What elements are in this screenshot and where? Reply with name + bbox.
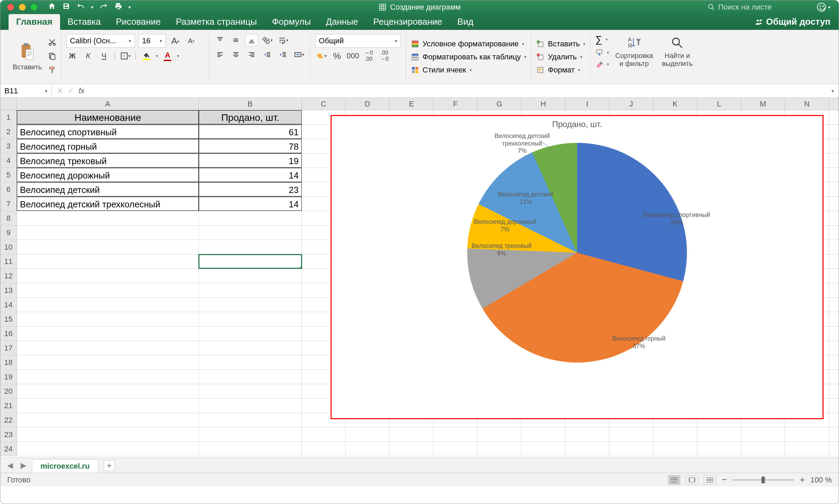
column-header-K[interactable]: K bbox=[653, 98, 697, 110]
cell-A15[interactable] bbox=[17, 312, 199, 326]
cell-I24[interactable] bbox=[565, 442, 609, 456]
delete-cells-button[interactable]: Удалить▾ bbox=[536, 53, 585, 61]
fill-button[interactable]: ▾ bbox=[595, 48, 609, 57]
borders-button[interactable]: ▾ bbox=[119, 50, 131, 62]
maximize-window-button[interactable] bbox=[31, 4, 37, 11]
cell-A14[interactable] bbox=[17, 298, 199, 312]
cell-A9[interactable] bbox=[17, 226, 199, 240]
save-icon[interactable] bbox=[62, 2, 70, 12]
increase-indent-button[interactable] bbox=[277, 48, 289, 61]
row-header-12[interactable]: 12 bbox=[0, 269, 17, 283]
page-layout-view-button[interactable] bbox=[686, 475, 698, 485]
row-header-23[interactable]: 23 bbox=[0, 427, 17, 442]
sheet-nav-next[interactable]: ▶ bbox=[19, 461, 28, 470]
row-header-11[interactable]: 11 bbox=[0, 254, 17, 268]
align-left-button[interactable] bbox=[214, 48, 226, 61]
cell-A21[interactable] bbox=[17, 399, 199, 413]
cell-A16[interactable] bbox=[17, 327, 199, 341]
row-header-9[interactable]: 9 bbox=[0, 226, 17, 240]
cell-A19[interactable] bbox=[17, 370, 199, 384]
align-right-button[interactable] bbox=[245, 48, 258, 61]
align-middle-button[interactable] bbox=[230, 34, 242, 46]
cell-N24[interactable] bbox=[785, 442, 829, 456]
font-name-combo[interactable]: Calibri (Осн...▾ bbox=[66, 34, 135, 48]
align-bottom-button[interactable] bbox=[245, 34, 258, 46]
row-header-6[interactable]: 6 bbox=[0, 182, 17, 196]
cell-B19[interactable] bbox=[199, 370, 302, 384]
cell-A22[interactable] bbox=[17, 413, 199, 427]
cell-B14[interactable] bbox=[199, 298, 302, 312]
cell-M24[interactable] bbox=[741, 442, 785, 456]
cell-K23[interactable] bbox=[653, 427, 697, 442]
ribbon-tab-6[interactable]: Рецензирование bbox=[366, 14, 450, 30]
cell-B3[interactable]: 78 bbox=[199, 139, 302, 153]
autosum-button[interactable]: ∑▾ bbox=[595, 34, 609, 45]
format-cells-button[interactable]: Формат▾ bbox=[536, 66, 585, 75]
column-header-J[interactable]: J bbox=[609, 98, 653, 110]
column-header-B[interactable]: B bbox=[199, 98, 302, 110]
cell-H24[interactable] bbox=[521, 442, 565, 456]
ribbon-tab-2[interactable]: Рисование bbox=[108, 14, 168, 30]
row-header-24[interactable]: 24 bbox=[0, 442, 17, 456]
chart-object[interactable]: Продано, шт. Велосипед спортивный29%Вело… bbox=[331, 115, 824, 419]
column-header-N[interactable]: N bbox=[785, 98, 829, 110]
zoom-slider[interactable] bbox=[732, 479, 794, 481]
cell-B23[interactable] bbox=[199, 427, 302, 442]
print-icon[interactable] bbox=[114, 2, 122, 12]
cut-button[interactable] bbox=[48, 38, 56, 48]
cell-L23[interactable] bbox=[697, 427, 741, 442]
cell-B12[interactable] bbox=[199, 269, 302, 283]
cell-B24[interactable] bbox=[199, 442, 302, 456]
minimize-window-button[interactable] bbox=[19, 4, 26, 11]
cell-C23[interactable] bbox=[302, 427, 346, 442]
cell-A12[interactable] bbox=[17, 269, 199, 283]
orientation-button[interactable]: ab▾ bbox=[261, 34, 274, 46]
row-header-1[interactable]: 1 bbox=[0, 110, 17, 124]
clear-button[interactable]: ▾ bbox=[595, 60, 609, 68]
font-color-button[interactable]: А bbox=[161, 50, 174, 62]
percent-button[interactable]: % bbox=[331, 50, 343, 62]
cell-B17[interactable] bbox=[199, 341, 302, 355]
conditional-format-button[interactable]: Условное форматирование▾ bbox=[411, 39, 526, 48]
spreadsheet-grid[interactable]: ABCDEFGHIJKLMN 1НаименованиеПродано, шт.… bbox=[0, 98, 839, 458]
column-header-I[interactable]: I bbox=[565, 98, 609, 110]
column-header-F[interactable]: F bbox=[434, 98, 478, 110]
cell-C24[interactable] bbox=[302, 442, 346, 456]
underline-button[interactable]: Ч bbox=[98, 50, 110, 62]
row-header-19[interactable]: 19 bbox=[0, 370, 17, 384]
comma-button[interactable]: 000 bbox=[347, 50, 359, 62]
cell-N23[interactable] bbox=[785, 427, 829, 442]
column-header-H[interactable]: H bbox=[521, 98, 565, 110]
ribbon-tab-1[interactable]: Вставка bbox=[60, 14, 108, 30]
fill-color-button[interactable] bbox=[140, 50, 152, 62]
cell-B9[interactable] bbox=[199, 226, 302, 240]
find-select-button[interactable]: Найти и выделить bbox=[659, 34, 696, 69]
column-header-G[interactable]: G bbox=[478, 98, 521, 110]
cell-A6[interactable]: Велосипед детский bbox=[17, 182, 199, 196]
row-header-4[interactable]: 4 bbox=[0, 153, 17, 168]
ribbon-tab-5[interactable]: Данные bbox=[318, 14, 366, 30]
row-header-16[interactable]: 16 bbox=[0, 327, 17, 341]
cell-D24[interactable] bbox=[346, 442, 390, 456]
redo-icon[interactable] bbox=[100, 2, 108, 12]
undo-icon[interactable] bbox=[77, 2, 85, 12]
cell-A1[interactable]: Наименование bbox=[17, 110, 199, 124]
row-header-7[interactable]: 7 bbox=[0, 197, 17, 211]
cell-J23[interactable] bbox=[609, 427, 653, 442]
cell-F24[interactable] bbox=[434, 442, 478, 456]
column-header-E[interactable]: E bbox=[390, 98, 434, 110]
name-box[interactable]: B11▾ bbox=[0, 84, 52, 98]
row-header-21[interactable]: 21 bbox=[0, 399, 17, 413]
increase-font-button[interactable]: A▴ bbox=[169, 35, 182, 47]
align-center-button[interactable] bbox=[230, 48, 242, 61]
row-header-10[interactable]: 10 bbox=[0, 240, 17, 254]
cell-G24[interactable] bbox=[478, 442, 521, 456]
cell-A17[interactable] bbox=[17, 341, 199, 355]
cell-B21[interactable] bbox=[199, 399, 302, 413]
select-all-corner[interactable] bbox=[0, 98, 17, 110]
row-header-5[interactable]: 5 bbox=[0, 168, 17, 182]
cell-styles-button[interactable]: Стили ячеек▾ bbox=[411, 66, 526, 75]
wrap-text-button[interactable]: ▾ bbox=[277, 34, 289, 46]
column-header-M[interactable]: M bbox=[741, 98, 785, 110]
zoom-out-button[interactable]: − bbox=[722, 474, 727, 485]
